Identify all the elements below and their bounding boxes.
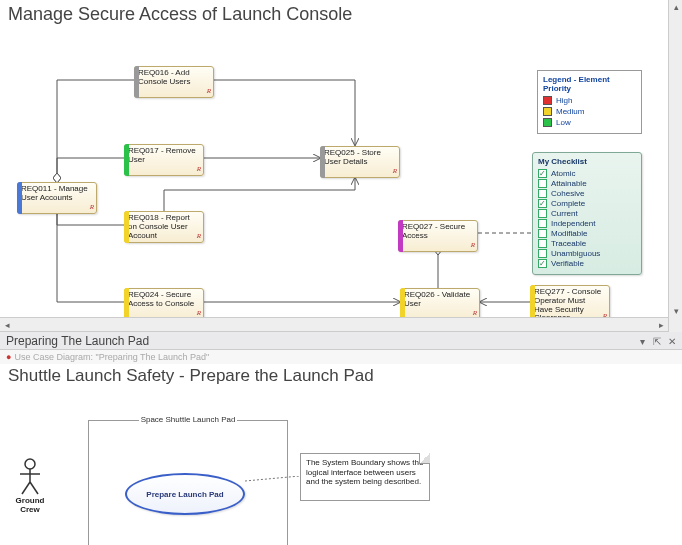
checklist-item[interactable]: Unambiguous: [538, 249, 636, 258]
checklist-item[interactable]: ✓Atomic: [538, 169, 636, 178]
checklist-label: Unambiguous: [551, 249, 600, 258]
lower-diagram-title: Shuttle Launch Safety - Prepare the Laun…: [0, 364, 682, 388]
checklist-title: My Checklist: [538, 157, 636, 166]
horizontal-scrollbar[interactable]: ◂ ▸: [0, 317, 668, 331]
requirement-glyph-icon: R: [393, 168, 397, 176]
req-label: REQ016 - Add Console Users: [138, 68, 190, 86]
checklist-item[interactable]: Independent: [538, 219, 636, 228]
req-box-req025[interactable]: REQ025 - Store User Details R: [320, 146, 400, 178]
breadcrumb-text: Use Case Diagram: "Preparing The Launch …: [14, 352, 209, 362]
vertical-scrollbar[interactable]: ▴ ▾: [668, 0, 682, 332]
req-label: REQ018 - Report on Console User Account: [128, 213, 190, 240]
checklist-label: Modifiable: [551, 229, 587, 238]
legend-row: Medium: [543, 107, 636, 116]
checklist-panel[interactable]: My Checklist ✓AtomicAttainableCohesive✓C…: [532, 152, 642, 275]
checklist-label: Current: [551, 209, 578, 218]
svg-point-0: [25, 459, 35, 469]
scroll-down-icon[interactable]: ▾: [669, 304, 682, 318]
lower-diagram-panel: Preparing The Launch Pad ▾ ⇱ ✕ ● Use Cas…: [0, 332, 682, 545]
note-text: The System Boundary shows the logical in…: [306, 458, 423, 486]
req-label: REQ026 - Validate User: [404, 290, 470, 308]
legend-panel: Legend - Element Priority HighMediumLow: [537, 70, 642, 134]
checklist-item[interactable]: Attainable: [538, 179, 636, 188]
dropdown-icon[interactable]: ▾: [640, 336, 645, 347]
req-label: REQ027 - Secure Access: [402, 222, 465, 240]
checkbox-icon[interactable]: ✓: [538, 199, 547, 208]
checklist-label: Traceable: [551, 239, 586, 248]
req-box-req017[interactable]: REQ017 - Remove User R: [124, 144, 204, 176]
requirement-glyph-icon: R: [90, 204, 94, 212]
checkbox-icon[interactable]: [538, 189, 547, 198]
close-icon[interactable]: ✕: [668, 336, 676, 347]
svg-line-3: [22, 482, 30, 494]
req-label: REQ024 - Secure Access to Console: [128, 290, 194, 308]
requirement-glyph-icon: R: [197, 233, 201, 241]
pin-icon[interactable]: ⇱: [653, 336, 661, 347]
lower-diagram-canvas[interactable]: Ground Crew Space Shuttle Launch Pad Pre…: [0, 388, 682, 545]
checklist-item[interactable]: Modifiable: [538, 229, 636, 238]
legend-label: High: [556, 96, 572, 105]
checkbox-icon[interactable]: ✓: [538, 259, 547, 268]
priority-accent: [398, 220, 403, 252]
note-system-boundary[interactable]: The System Boundary shows the logical in…: [300, 453, 430, 501]
req-box-req016[interactable]: REQ016 - Add Console Users R: [134, 66, 214, 98]
lower-panel-tab-title: Preparing The Launch Pad: [6, 334, 149, 348]
checklist-label: Verifiable: [551, 259, 584, 268]
req-box-req026[interactable]: REQ026 - Validate User R: [400, 288, 480, 320]
priority-accent: [124, 288, 129, 320]
legend-label: Low: [556, 118, 571, 127]
usecase-label: Prepare Launch Pad: [146, 490, 223, 499]
actor-ground-crew[interactable]: Ground Crew: [10, 458, 50, 514]
lower-panel-tab-bar[interactable]: Preparing The Launch Pad ▾ ⇱ ✕: [0, 332, 682, 350]
legend-row: Low: [543, 118, 636, 127]
checkbox-icon[interactable]: [538, 209, 547, 218]
req-label: REQ025 - Store User Details: [324, 148, 381, 166]
checkbox-icon[interactable]: [538, 229, 547, 238]
checklist-label: Independent: [551, 219, 596, 228]
req-box-req027[interactable]: REQ027 - Secure Access R: [398, 220, 478, 252]
checklist-label: Attainable: [551, 179, 587, 188]
legend-label: Medium: [556, 107, 584, 116]
scroll-up-icon[interactable]: ▴: [669, 0, 682, 14]
checklist-item[interactable]: ✓Verifiable: [538, 259, 636, 268]
priority-accent: [320, 146, 325, 178]
checkbox-icon[interactable]: ✓: [538, 169, 547, 178]
checkbox-icon[interactable]: [538, 249, 547, 258]
breadcrumb: ● Use Case Diagram: "Preparing The Launc…: [0, 350, 682, 364]
requirement-glyph-icon: R: [207, 88, 211, 96]
usecase-prepare-launch-pad[interactable]: Prepare Launch Pad: [125, 473, 245, 515]
legend-row: High: [543, 96, 636, 105]
checkbox-icon[interactable]: [538, 239, 547, 248]
checklist-item[interactable]: Current: [538, 209, 636, 218]
priority-accent: [17, 182, 22, 214]
requirement-glyph-icon: R: [471, 242, 475, 250]
priority-accent: [400, 288, 405, 320]
checklist-label: Cohesive: [551, 189, 584, 198]
checklist-label: Atomic: [551, 169, 575, 178]
upper-diagram-title: Manage Secure Access of Launch Console: [0, 0, 682, 29]
checklist-item[interactable]: Cohesive: [538, 189, 636, 198]
checklist-item[interactable]: Traceable: [538, 239, 636, 248]
legend-swatch: [543, 107, 552, 116]
legend-swatch: [543, 118, 552, 127]
actor-icon: [18, 458, 42, 496]
checklist-item[interactable]: ✓Complete: [538, 199, 636, 208]
scroll-right-icon[interactable]: ▸: [654, 318, 668, 332]
priority-accent: [124, 144, 129, 176]
legend-title: Legend - Element Priority: [543, 75, 636, 93]
checkbox-icon[interactable]: [538, 179, 547, 188]
priority-accent: [134, 66, 139, 98]
req-box-req024[interactable]: REQ024 - Secure Access to Console R: [124, 288, 204, 320]
scroll-left-icon[interactable]: ◂: [0, 318, 14, 332]
checklist-label: Complete: [551, 199, 585, 208]
upper-diagram-canvas[interactable]: REQ011 - Manage User Accounts R REQ016 -…: [0, 30, 668, 317]
req-box-req018[interactable]: REQ018 - Report on Console User Account …: [124, 211, 204, 243]
req-label: REQ017 - Remove User: [128, 146, 196, 164]
req-box-req011[interactable]: REQ011 - Manage User Accounts R: [17, 182, 97, 214]
boundary-title: Space Shuttle Launch Pad: [139, 415, 238, 424]
upper-diagram-panel: Manage Secure Access of Launch Console: [0, 0, 682, 332]
priority-accent: [124, 211, 129, 243]
checkbox-icon[interactable]: [538, 219, 547, 228]
svg-line-4: [30, 482, 38, 494]
requirement-glyph-icon: R: [197, 166, 201, 174]
